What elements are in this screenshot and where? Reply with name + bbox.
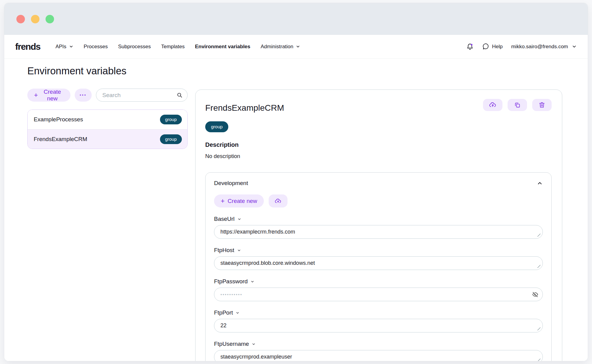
chevron-down-icon: [69, 44, 73, 49]
search-input[interactable]: [102, 92, 177, 99]
resize-handle[interactable]: [537, 327, 540, 330]
field-ftppassword-label[interactable]: FtpPassword: [214, 278, 254, 285]
list-item-frendsexamplecrm[interactable]: FrendsExampleCRM group: [28, 129, 187, 149]
chevron-down-icon: [237, 248, 241, 252]
field-label-text: FtpPassword: [214, 278, 248, 285]
nav-item-subprocesses[interactable]: Subprocesses: [118, 44, 151, 50]
trash-icon: [539, 102, 545, 108]
development-header: Development: [214, 180, 543, 187]
close-window-button[interactable]: [16, 15, 25, 23]
nav-item-apis[interactable]: APIs: [56, 44, 73, 50]
collapse-section-button[interactable]: [537, 180, 543, 186]
field-ftpusername-box: [214, 350, 543, 361]
chevron-down-icon: [572, 44, 577, 49]
field-ftppassword-input[interactable]: [220, 292, 529, 297]
field-ftpport-input[interactable]: [220, 322, 529, 329]
section-create-new-button[interactable]: + Create new: [214, 194, 264, 207]
field-ftphost-box: [214, 256, 543, 270]
detail-panel: FrendsExampleCRM group Descr: [195, 89, 562, 361]
list-item-name: FrendsExampleCRM: [34, 136, 87, 143]
ellipsis-icon: •••: [80, 93, 87, 97]
field-baseurl-input[interactable]: [220, 229, 529, 235]
development-toolbar: + Create new: [214, 194, 543, 207]
field-ftpport-label[interactable]: FtpPort: [214, 309, 240, 316]
export-button[interactable]: [483, 99, 502, 111]
help-button[interactable]: Help: [482, 43, 503, 50]
frends-logo[interactable]: frends: [15, 42, 40, 52]
delete-button[interactable]: [532, 99, 552, 111]
group-badge: group: [160, 115, 182, 124]
nav-item-administration[interactable]: Administration: [261, 44, 301, 50]
chevron-up-icon: [537, 180, 543, 186]
detail-header: FrendsExampleCRM: [205, 99, 552, 113]
field-ftphost-input[interactable]: [220, 260, 529, 266]
field-ftphost-label[interactable]: FtpHost: [214, 247, 241, 254]
user-email: mikko.sairo@frends.com: [511, 44, 568, 50]
field-ftpport-box: [214, 319, 543, 332]
field-baseurl-box: [214, 225, 543, 239]
more-options-button[interactable]: •••: [75, 89, 92, 102]
app-window: frends APIs Processes Subprocesses Templ…: [4, 3, 588, 361]
minimize-window-button[interactable]: [31, 15, 39, 23]
plus-icon: +: [221, 198, 225, 204]
maximize-window-button[interactable]: [46, 15, 54, 23]
copy-icon: [514, 102, 521, 108]
nav-item-processes-label: Processes: [84, 44, 108, 50]
user-menu[interactable]: mikko.sairo@frends.com: [511, 44, 577, 50]
resize-handle[interactable]: [537, 234, 540, 237]
detail-actions: [483, 99, 552, 111]
nav-item-administration-label: Administration: [261, 44, 294, 50]
resize-handle[interactable]: [537, 265, 540, 268]
nav-item-environment-variables-label: Environment variables: [195, 44, 250, 50]
field-ftppassword-box: [214, 288, 543, 301]
plus-icon: +: [34, 92, 38, 99]
screen: frends APIs Processes Subprocesses Templ…: [0, 0, 592, 364]
copy-button[interactable]: [508, 99, 527, 111]
chevron-down-icon: [237, 217, 241, 221]
field-ftpport: FtpPort: [214, 309, 543, 332]
detail-title: FrendsExampleCRM: [205, 103, 284, 113]
section-create-new-label: Create new: [228, 198, 257, 204]
nav-item-environment-variables[interactable]: Environment variables: [195, 44, 250, 50]
cloud-upload-icon: [489, 101, 496, 109]
field-ftpusername-label[interactable]: FtpUsername: [214, 341, 256, 347]
nav-item-processes[interactable]: Processes: [84, 44, 108, 50]
environment-variable-list: ExampleProcesses group FrendsExampleCRM …: [27, 110, 188, 149]
description-value: No description: [205, 153, 552, 160]
field-label-text: FtpUsername: [214, 341, 249, 347]
field-ftppassword: FtpPassword: [214, 278, 543, 301]
page-content: Environment variables + Create new •••: [4, 59, 588, 361]
section-upload-button[interactable]: [269, 194, 287, 207]
list-item-name: ExampleProcesses: [34, 116, 83, 123]
notification-dot: [471, 44, 472, 45]
field-ftpusername: FtpUsername: [214, 341, 543, 361]
search-icon: [177, 92, 182, 98]
development-section-title: Development: [214, 180, 248, 187]
field-label-text: BaseUrl: [214, 216, 235, 222]
sidebar: + Create new ••• ExampleProcesses group: [27, 89, 188, 149]
field-baseurl-label[interactable]: BaseUrl: [214, 216, 241, 222]
bell-icon: [466, 43, 474, 50]
cloud-upload-icon: [275, 198, 281, 204]
field-ftpusername-input[interactable]: [220, 354, 529, 360]
list-item-exampleprocesses[interactable]: ExampleProcesses group: [28, 110, 187, 129]
notifications-button[interactable]: [466, 43, 474, 50]
nav-item-subprocesses-label: Subprocesses: [118, 44, 151, 50]
field-label-text: FtpHost: [214, 247, 234, 254]
nav-items: APIs Processes Subprocesses Templates En…: [56, 44, 311, 50]
group-badge: group: [160, 134, 182, 144]
help-label: Help: [492, 44, 503, 50]
sidebar-toolbar: + Create new •••: [27, 89, 188, 102]
resize-handle[interactable]: [537, 359, 540, 361]
create-new-button[interactable]: + Create new: [27, 89, 70, 102]
chat-bubble-icon: [482, 43, 489, 50]
chevron-down-icon: [250, 280, 254, 284]
nav-item-templates[interactable]: Templates: [161, 44, 185, 50]
field-baseurl: BaseUrl: [214, 216, 543, 239]
field-label-text: FtpPort: [214, 309, 233, 316]
chevron-down-icon: [296, 44, 300, 49]
toggle-password-visibility-button[interactable]: [532, 292, 538, 298]
create-new-label: Create new: [41, 89, 64, 102]
field-ftphost: FtpHost: [214, 247, 543, 270]
development-section: Development + Create new: [205, 172, 552, 361]
